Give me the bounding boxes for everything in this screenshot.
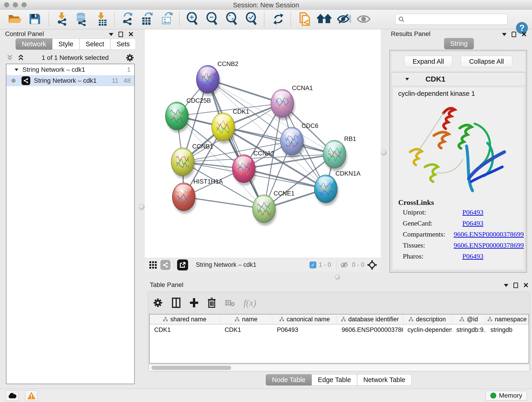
table-cell[interactable]: CDK1 bbox=[150, 325, 220, 335]
grid-view-button[interactable] bbox=[149, 261, 157, 269]
close-panel-icon[interactable]: ✕ bbox=[128, 32, 134, 37]
save-session-button[interactable] bbox=[27, 11, 42, 27]
delete-column-icon[interactable] bbox=[207, 297, 216, 308]
network-canvas[interactable]: CCNB2CCNA1CDC25BCDK1CDC6RB1CCNB1CCNA2CDK… bbox=[145, 29, 381, 258]
column-header-namespace[interactable]: namespace bbox=[486, 314, 529, 324]
network-graph[interactable]: CCNB2CCNA1CDC25BCDK1CDC6RB1CCNB1CCNA2CDK… bbox=[145, 29, 381, 258]
selected-checkbox-icon[interactable]: ✓ bbox=[310, 262, 317, 268]
column-header-database-identifier[interactable]: database identifier bbox=[337, 314, 403, 324]
network-edge[interactable] bbox=[223, 127, 335, 154]
table-cell[interactable]: stringdb bbox=[486, 325, 529, 335]
tab-select[interactable]: Select bbox=[80, 38, 110, 50]
horizontal-splitter-handle[interactable] bbox=[335, 274, 340, 280]
tab-network[interactable]: Network bbox=[16, 38, 52, 50]
tab-node-table[interactable]: Node Table bbox=[266, 374, 312, 385]
column-header-description[interactable]: description bbox=[403, 314, 452, 324]
refresh-view-button[interactable] bbox=[271, 11, 286, 27]
table-cell[interactable]: P06493 bbox=[272, 325, 337, 335]
close-panel-icon[interactable]: ✕ bbox=[523, 283, 529, 288]
scrollbar-thumb[interactable] bbox=[152, 366, 231, 370]
expand-all-button[interactable]: Expand All bbox=[404, 56, 452, 67]
import-network-database-button[interactable] bbox=[74, 11, 89, 27]
hide-selected-button[interactable] bbox=[336, 11, 351, 27]
network-node-CDC6[interactable]: CDC6 bbox=[280, 122, 318, 158]
collapse-panel-icon[interactable] bbox=[504, 284, 508, 287]
network-collection-row[interactable]: String Network – cdk1 1 bbox=[6, 64, 134, 75]
search-field[interactable] bbox=[395, 14, 507, 25]
float-panel-icon[interactable] bbox=[513, 283, 518, 288]
import-network-file-button[interactable] bbox=[54, 11, 69, 27]
export-image-button[interactable] bbox=[159, 11, 174, 27]
export-network-button[interactable] bbox=[120, 11, 135, 27]
open-in-window-button[interactable] bbox=[177, 259, 188, 270]
show-all-button[interactable] bbox=[356, 11, 371, 27]
network-node-CDC25B[interactable]: CDC25B bbox=[165, 97, 211, 133]
float-panel-icon[interactable] bbox=[119, 32, 123, 37]
right-splitter-handle[interactable] bbox=[381, 149, 387, 155]
zoom-in-button[interactable] bbox=[185, 11, 200, 27]
add-column-icon[interactable] bbox=[190, 298, 199, 308]
first-neighbors-button[interactable] bbox=[317, 11, 332, 27]
network-node-CDKN1A[interactable]: CDKN1A bbox=[314, 170, 361, 206]
column-header-name[interactable]: name bbox=[220, 314, 272, 324]
memory-button[interactable]: Memory bbox=[486, 391, 527, 400]
tab-edge-table[interactable]: Edge Table bbox=[312, 374, 357, 385]
crosslink-link[interactable]: 9606.ENSP00000378699 bbox=[454, 230, 524, 238]
collapse-panel-icon[interactable] bbox=[109, 33, 114, 36]
crosslink-row: Uniprot:P06493 bbox=[393, 207, 524, 218]
column-header-shared-name[interactable]: shared name bbox=[150, 314, 220, 324]
network-node-RB1[interactable]: RB1 bbox=[323, 135, 356, 171]
search-input[interactable] bbox=[405, 16, 501, 23]
tab-network-table[interactable]: Network Table bbox=[357, 374, 412, 385]
network-edge[interactable] bbox=[208, 79, 264, 209]
network-row[interactable]: String Network – cdk1 11 48 bbox=[6, 75, 134, 86]
zoom-selected-button[interactable] bbox=[244, 11, 259, 27]
zoom-fit-button[interactable] bbox=[224, 11, 239, 27]
open-session-button[interactable] bbox=[7, 11, 22, 27]
tab-string[interactable]: String bbox=[444, 38, 474, 49]
birdseye-toggle-button[interactable] bbox=[367, 260, 377, 270]
expand-all-icon[interactable] bbox=[17, 54, 25, 61]
network-node-CCNB2[interactable]: CCNB2 bbox=[196, 61, 239, 96]
entry-collapse-icon[interactable] bbox=[405, 78, 409, 80]
crosslink-link[interactable]: P06493 bbox=[462, 219, 483, 227]
zoom-in-icon bbox=[186, 12, 199, 26]
collapse-all-button[interactable]: Collapse All bbox=[461, 56, 513, 67]
tab-style[interactable]: Style bbox=[52, 38, 79, 50]
network-options-gear-icon[interactable] bbox=[126, 53, 134, 62]
zoom-out-button[interactable] bbox=[204, 11, 220, 27]
collapse-panel-icon[interactable] bbox=[502, 33, 507, 36]
warnings-button[interactable] bbox=[25, 390, 38, 401]
clone-network-button[interactable] bbox=[297, 11, 312, 27]
column-type-icon bbox=[279, 317, 284, 322]
column-header--id[interactable]: @id bbox=[452, 314, 486, 324]
table-cell[interactable]: cyclin-dependent ... bbox=[403, 325, 452, 335]
left-splitter-handle[interactable] bbox=[139, 204, 145, 210]
cloud-status-button[interactable] bbox=[6, 390, 18, 401]
network-node-CCNA1[interactable]: CCNA1 bbox=[271, 85, 313, 120]
show-columns-icon[interactable] bbox=[172, 297, 181, 308]
network-node-HIST1H1A[interactable]: HIST1H1A bbox=[172, 178, 223, 214]
float-panel-icon[interactable] bbox=[512, 32, 516, 37]
import-table-file-button[interactable] bbox=[94, 11, 109, 27]
network-node-CCNE1[interactable]: CCNE1 bbox=[253, 190, 295, 225]
close-panel-icon[interactable]: ✕ bbox=[521, 32, 527, 37]
table-cell[interactable]: stringdb:9... bbox=[452, 325, 486, 335]
column-header-canonical-name[interactable]: canonical name bbox=[272, 314, 337, 324]
table-row[interactable]: CDK1CDK1P064939606.ENSP00000378699cyclin… bbox=[150, 325, 529, 335]
crosslink-link[interactable]: P06493 bbox=[462, 208, 483, 216]
tree-expand-icon[interactable] bbox=[15, 69, 18, 71]
network-share-button[interactable] bbox=[160, 260, 171, 270]
table-options-gear-icon[interactable] bbox=[153, 298, 163, 308]
crosslink-link[interactable]: 9606.ENSP00000378699 bbox=[454, 241, 524, 249]
tab-sets[interactable]: Sets bbox=[110, 38, 136, 50]
crosslink-link[interactable]: P06493 bbox=[462, 252, 483, 260]
table-cell[interactable]: CDK1 bbox=[220, 325, 272, 335]
table-cell[interactable]: 9606.ENSP00000378699 bbox=[337, 325, 403, 335]
string-app-icon bbox=[22, 76, 30, 85]
crosslink-label: Uniprot: bbox=[403, 208, 462, 216]
export-table-button[interactable] bbox=[139, 11, 154, 27]
collapse-all-icon[interactable] bbox=[6, 54, 14, 61]
table-horizontal-scrollbar[interactable] bbox=[149, 364, 529, 371]
export-network-icon bbox=[120, 12, 134, 26]
